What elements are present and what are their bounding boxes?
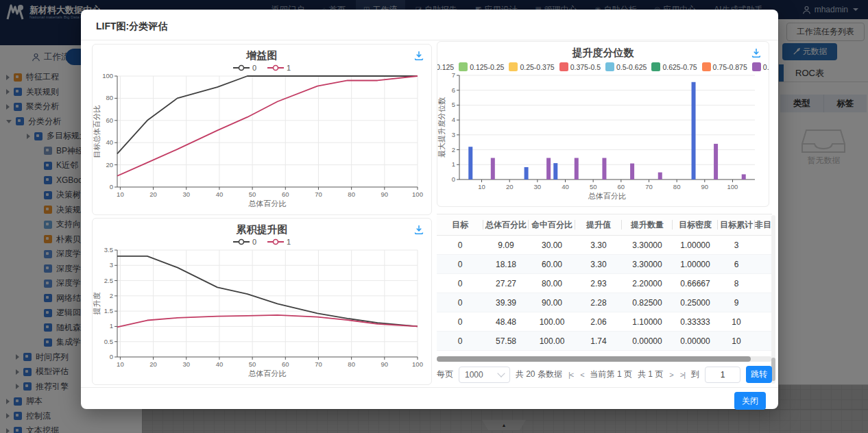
- prev-page-button[interactable]: <: [579, 371, 584, 379]
- legend-label: 0.75-0.875: [713, 63, 747, 71]
- svg-text:3: 3: [110, 261, 113, 269]
- modal-header-divider: [81, 40, 778, 40]
- total-pages-text: 共 1 页: [638, 369, 663, 380]
- table-header-cell: 非目标累计: [755, 214, 772, 235]
- svg-text:总体百分比: 总体百分比: [248, 199, 287, 208]
- legend-item[interactable]: 0.5-0.625: [605, 62, 647, 71]
- svg-text:4: 4: [452, 116, 455, 123]
- per-page-label: 每页: [437, 369, 453, 380]
- legend-label: 0.0-0.125: [437, 63, 454, 71]
- first-page-button[interactable]: |<: [568, 371, 574, 379]
- legend-item[interactable]: 0: [233, 64, 256, 72]
- table-cell: [755, 332, 772, 350]
- svg-text:80: 80: [673, 183, 681, 190]
- goto-page-input[interactable]: [705, 367, 740, 383]
- download-icon[interactable]: [413, 224, 424, 235]
- table-vscrollbar[interactable]: [771, 215, 775, 384]
- svg-text:40: 40: [216, 360, 224, 368]
- table-header-cell: 命中百分比: [529, 214, 575, 235]
- table-hscrollbar[interactable]: [437, 356, 772, 362]
- svg-text:2: 2: [452, 146, 455, 153]
- table-cell: 3: [718, 236, 755, 254]
- last-page-button[interactable]: >|: [679, 371, 686, 379]
- legend-item[interactable]: 0.75-0.875: [702, 62, 747, 71]
- table-cell: 3.30000: [622, 255, 673, 273]
- table-cell: 9: [718, 293, 755, 312]
- table-cell: 9.09: [483, 236, 529, 254]
- legend-label: 0.125-0.25: [470, 63, 504, 71]
- table-cell: 2.28: [575, 293, 622, 312]
- svg-text:40: 40: [106, 138, 113, 146]
- legend-item[interactable]: 0.125-0.25: [459, 62, 504, 71]
- table-cell: 100.00: [529, 332, 575, 350]
- table-header-cell: 目标密度: [673, 214, 718, 235]
- current-page-text: 当前第 1 页: [590, 369, 632, 380]
- chart-legend[interactable]: 01: [93, 64, 431, 72]
- legend-item[interactable]: 1: [267, 238, 291, 246]
- svg-text:6: 6: [452, 86, 455, 94]
- table-header-row: 目标总体百分比命中百分比提升值提升数量目标密度目标累计非目标累计: [437, 214, 772, 236]
- pagination: 每页 1000 共 20 条数据 |< < 当前第 1 页 共 1 页 > >|…: [437, 366, 772, 383]
- table-body: 09.0930.003.303.300001.000003018.1860.00…: [437, 236, 772, 351]
- table-cell: [755, 312, 772, 331]
- svg-text:50: 50: [249, 360, 256, 368]
- svg-text:10: 10: [117, 360, 124, 368]
- table-cell: 8: [718, 274, 755, 293]
- svg-text:总体百分比: 总体百分比: [588, 192, 626, 200]
- legend-item[interactable]: 0.25-0.375: [509, 62, 554, 71]
- svg-text:1: 1: [452, 160, 455, 168]
- chart-title: 提升度分位数: [437, 47, 769, 60]
- svg-text:60: 60: [618, 183, 625, 190]
- legend-item[interactable]: 0: [233, 238, 256, 246]
- table-row[interactable]: 048.48100.002.061.100000.3333310: [437, 312, 772, 332]
- download-icon[interactable]: [751, 47, 762, 58]
- svg-text:10: 10: [478, 183, 485, 190]
- table-cell: 3.30000: [622, 236, 673, 254]
- table-cell: 0.66667: [673, 274, 718, 293]
- legend-item[interactable]: 0.0-0.125: [437, 62, 454, 71]
- svg-text:30: 30: [182, 190, 190, 198]
- table-row[interactable]: 09.0930.003.303.300001.000003: [437, 236, 772, 255]
- table-row[interactable]: 018.1860.003.303.300001.000006: [437, 255, 772, 274]
- hscroll-thumb[interactable]: [437, 356, 751, 362]
- svg-text:60: 60: [282, 360, 289, 368]
- goto-button[interactable]: 跳转: [746, 366, 772, 383]
- legend-item[interactable]: 0.875-1.0: [752, 62, 769, 71]
- svg-text:50: 50: [590, 183, 597, 190]
- legend-swatch: [605, 62, 614, 71]
- svg-text:90: 90: [381, 360, 389, 368]
- close-button[interactable]: 关闭: [734, 392, 766, 410]
- lift-result-table: 目标总体百分比命中百分比提升值提升数量目标密度目标累计非目标累计 09.0930…: [437, 214, 772, 351]
- legend-swatch: [651, 62, 660, 71]
- svg-text:10: 10: [117, 190, 124, 198]
- table-row[interactable]: 027.2780.002.932.200000.666678: [437, 274, 772, 293]
- table-row[interactable]: 039.3990.002.280.825000.250009: [437, 293, 772, 312]
- svg-text:0: 0: [110, 353, 113, 360]
- modal-title: LIFT图:分类评估: [96, 21, 167, 33]
- svg-text:2: 2: [110, 292, 113, 299]
- download-icon[interactable]: [413, 50, 424, 61]
- cumlift-chart-panel: 累积提升图 01 10203040506070809010000.511.522…: [92, 218, 432, 385]
- svg-text:20: 20: [506, 183, 514, 190]
- svg-text:90: 90: [701, 183, 709, 190]
- legend-label: 0.875-1.0: [763, 63, 769, 71]
- table-cell: 0: [437, 236, 483, 254]
- svg-text:70: 70: [645, 183, 653, 190]
- next-page-button[interactable]: >: [668, 371, 673, 379]
- legend-item[interactable]: 0.375-0.5: [559, 62, 601, 71]
- chart-legend[interactable]: 01: [93, 238, 431, 246]
- table-header-cell: 目标累计: [718, 214, 755, 235]
- chart-title: 增益图: [93, 49, 431, 62]
- chart-title: 累积提升图: [93, 223, 431, 236]
- svg-text:30: 30: [534, 183, 542, 190]
- table-header-cell: 目标: [437, 214, 483, 235]
- legend-swatch: [559, 62, 568, 71]
- svg-text:70: 70: [315, 360, 322, 368]
- table-row[interactable]: 057.58100.001.740.000000.0000010: [437, 332, 772, 351]
- bin-legend[interactable]: 0.0-0.1250.125-0.250.25-0.3750.375-0.50.…: [437, 62, 769, 71]
- legend-item[interactable]: 1: [267, 64, 291, 72]
- legend-item[interactable]: 0.625-0.75: [651, 62, 697, 71]
- goto-label: 到: [691, 369, 699, 380]
- per-page-select[interactable]: 1000: [459, 367, 510, 383]
- legend-swatch: [702, 62, 711, 71]
